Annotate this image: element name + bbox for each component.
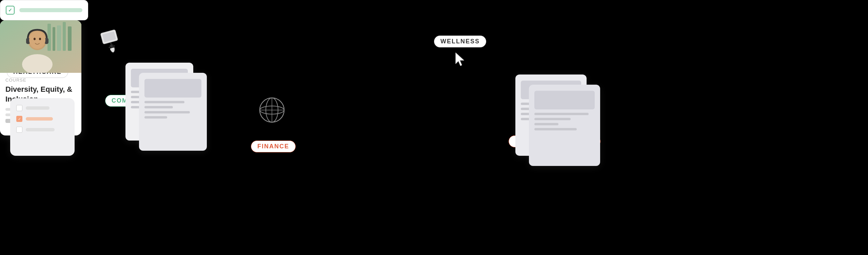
cursor-icon <box>454 51 467 69</box>
finance-tag[interactable]: FINANCE <box>251 141 296 152</box>
svg-rect-11 <box>47 24 51 51</box>
svg-rect-13 <box>57 25 61 51</box>
svg-rect-12 <box>53 27 55 51</box>
doc-card-front <box>139 73 207 151</box>
checklist-card <box>10 98 75 156</box>
checklist-row-2 <box>16 116 68 122</box>
checkbox-1 <box>16 105 22 111</box>
hand-pointer-icon <box>98 28 124 61</box>
progress-check-icon <box>6 6 15 15</box>
check-line-1 <box>26 106 50 110</box>
svg-point-21 <box>34 38 36 40</box>
checkbox-3 <box>16 127 22 133</box>
svg-point-22 <box>39 38 41 40</box>
svg-rect-15 <box>68 26 72 51</box>
wellness-label: WELLNESS <box>440 38 480 45</box>
course-image <box>0 20 81 73</box>
main-scene: HEALTHCARE COMPLIANCE <box>0 0 868 255</box>
check-line-3 <box>26 128 55 131</box>
globe-icon <box>258 97 285 124</box>
right-doc-card-front <box>529 85 600 166</box>
checkbox-2-checked <box>16 116 22 122</box>
checklist-row-3 <box>16 127 68 133</box>
finance-label: FINANCE <box>257 143 289 150</box>
svg-point-20 <box>29 31 45 49</box>
course-label: COURSE <box>5 78 76 83</box>
progress-card <box>0 0 88 20</box>
progress-bar <box>19 8 82 12</box>
svg-rect-14 <box>63 22 66 51</box>
checklist-row-1 <box>16 105 68 111</box>
check-line-2 <box>26 117 53 121</box>
wellness-tag[interactable]: WELLNESS <box>434 36 486 47</box>
